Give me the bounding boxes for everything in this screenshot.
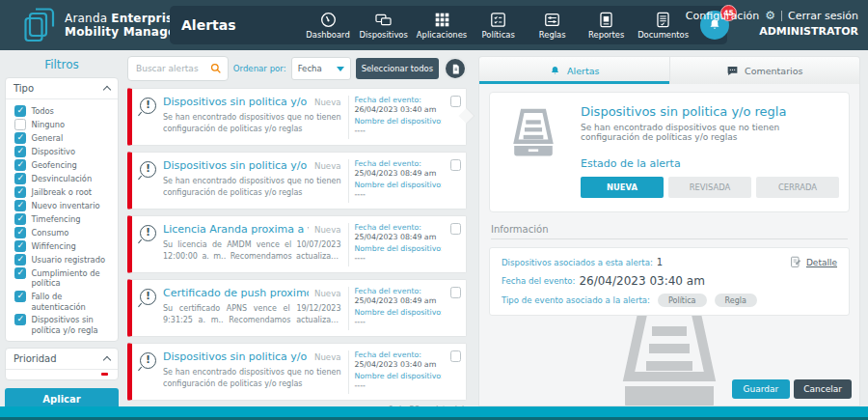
checkbox[interactable] — [14, 132, 26, 144]
priority-section-header[interactable]: Prioridad — [6, 349, 118, 370]
tab-alertas[interactable]: Alertas — [479, 57, 669, 84]
dashboard-icon — [319, 11, 338, 29]
alert-select-checkbox[interactable] — [450, 96, 462, 107]
checkbox[interactable] — [14, 227, 26, 238]
select-all-button[interactable]: Seleccionar todos — [356, 58, 439, 79]
checkbox[interactable] — [14, 314, 26, 325]
filter-checkbox-row[interactable]: Wififencing — [14, 240, 114, 252]
event-date-value: 26/04/2023 03:40 am — [355, 105, 442, 115]
export-report-button[interactable] — [444, 57, 467, 80]
alert-list: ! Dispositivos sin politica y/o regla Nu… — [127, 88, 467, 401]
device-name-label: Nombre del dispositivo: — [355, 181, 442, 190]
checkbox[interactable] — [14, 267, 26, 279]
main-content: Filtros Tipo Todos — [0, 50, 868, 406]
cancel-button[interactable]: Cancelar — [794, 379, 852, 399]
bell-icon — [549, 65, 561, 77]
username: ADMINISTRATOR — [686, 25, 858, 38]
priority-red-indicator — [101, 373, 108, 376]
alert-select-checkbox[interactable] — [450, 223, 462, 235]
settings-link[interactable]: Configuración — [686, 10, 759, 22]
alert-main: Licencia Aranda proxima a vencerse Nueva… — [163, 223, 341, 266]
checkbox[interactable] — [14, 186, 26, 198]
page-title: Alertas — [181, 17, 236, 33]
checkbox[interactable] — [14, 105, 26, 117]
filter-checkbox-row[interactable]: Cumplimiento de política — [14, 267, 114, 289]
checkbox[interactable] — [14, 240, 26, 252]
state-button-nueva[interactable]: NUEVA — [581, 177, 664, 198]
filter-checkbox-row[interactable]: Dispositivos sin política y/o regla — [14, 314, 114, 335]
gear-icon[interactable]: ⚙ — [765, 9, 775, 22]
detail-link[interactable]: Detalle — [806, 258, 837, 267]
filter-label: Timefencing — [32, 213, 81, 224]
state-button-cerrada[interactable]: CERRADA — [756, 177, 839, 198]
filter-checkbox-row[interactable]: General — [14, 132, 114, 144]
alert-title[interactable]: Certificado de push proximo a venc... — [163, 287, 309, 299]
alert-title[interactable]: Dispositivos sin politica y/o regla — [163, 350, 309, 363]
device-name-label: Nombre del dispositivo: — [355, 308, 442, 318]
nav-reportes[interactable]: Reportes — [583, 11, 629, 40]
type-section-header[interactable]: Tipo — [6, 78, 118, 99]
alert-pin-icon: ! — [140, 289, 156, 305]
alert-card[interactable]: ! Dispositivos sin politica y/o regla Nu… — [127, 343, 467, 401]
checkbox[interactable] — [14, 254, 26, 266]
filter-checkbox-row[interactable]: Jailbreak o root — [14, 186, 114, 198]
filter-checkbox-row[interactable]: Fallo de autenticación — [14, 291, 114, 312]
event-date-label: Fecha del evento: — [355, 96, 442, 105]
nav-dispositivos[interactable]: Dispositivos — [360, 11, 408, 40]
alert-title[interactable]: Dispositivos sin politica y/o regla — [163, 96, 309, 108]
alert-select-checkbox[interactable] — [450, 159, 462, 171]
filter-checkbox-row[interactable]: Usuario registrado — [14, 254, 114, 266]
checkbox[interactable] — [14, 159, 26, 171]
checkbox[interactable] — [14, 119, 26, 130]
alert-select-checkbox[interactable] — [450, 350, 462, 362]
checkbox[interactable] — [14, 200, 26, 211]
event-tag-regla: Regla — [715, 294, 757, 307]
alert-title[interactable]: Licencia Aranda proxima a vencerse — [163, 223, 309, 236]
device-name-value: ---- — [355, 318, 442, 327]
filter-checkbox-row[interactable]: Timefencing — [14, 213, 114, 225]
chevron-up-icon[interactable] — [103, 86, 111, 94]
state-button-revisada[interactable]: REVISADA — [668, 177, 751, 198]
search-icon[interactable] — [209, 62, 223, 75]
event-date-label: Fecha del evento: — [355, 159, 442, 169]
filter-checkbox-row[interactable]: Geofencing — [14, 159, 114, 171]
filter-checkbox-row[interactable]: Nuevo inventario — [14, 200, 114, 211]
checkbox[interactable] — [14, 291, 26, 302]
list-controls: Ordenar por: Fecha Seleccionar todos — [127, 56, 467, 81]
alert-status-badge: Nueva — [314, 289, 341, 298]
nav-aplicaciones[interactable]: Aplicaciones — [417, 11, 467, 40]
alert-card[interactable]: ! Certificado de push proximo a venc... … — [127, 279, 467, 337]
save-button[interactable]: Guardar — [732, 379, 791, 399]
nav-dashboard[interactable]: Dashboard — [306, 11, 351, 40]
filter-checkbox-row[interactable]: Desvinculación — [14, 173, 114, 184]
header-divider — [781, 11, 782, 21]
chevron-up-icon[interactable] — [103, 356, 111, 364]
filter-checkbox-row[interactable]: Todos — [14, 105, 114, 117]
alert-title[interactable]: Dispositivos sin politica y/o regla — [163, 159, 309, 172]
alert-select-checkbox[interactable] — [450, 287, 462, 298]
priority-section-title: Prioridad — [14, 353, 57, 364]
filter-checkbox-row[interactable]: Consumo — [14, 227, 114, 238]
checkbox[interactable] — [14, 173, 26, 184]
alert-main: Dispositivos sin politica y/o regla Nuev… — [163, 159, 341, 203]
filter-label: Ninguno — [32, 119, 66, 129]
tab-label: Comentarios — [745, 66, 802, 76]
tab-comentarios[interactable]: Comentarios — [669, 57, 860, 84]
alert-card[interactable]: ! Licencia Aranda proxima a vencerse Nue… — [127, 215, 467, 273]
nav-documentos[interactable]: Documentos — [637, 11, 689, 40]
logout-link[interactable]: Cerrar sesión — [788, 10, 858, 22]
filter-label: Geofencing — [32, 159, 77, 170]
filter-checkbox-row[interactable]: Ninguno — [14, 119, 114, 130]
checkbox[interactable] — [14, 146, 26, 157]
alert-card[interactable]: ! Dispositivos sin politica y/o regla Nu… — [127, 88, 467, 146]
checkbox[interactable] — [14, 213, 26, 225]
device-name-value: ---- — [355, 381, 442, 391]
app-window: Aranda Enterprise Mobility Management Al… — [0, 0, 868, 420]
nav-reglas[interactable]: Reglas — [529, 11, 575, 40]
nav-politicas[interactable]: Políticas — [475, 11, 521, 40]
detail-link-group[interactable]: Detalle — [790, 256, 837, 268]
alert-card[interactable]: ! Dispositivos sin politica y/o regla Nu… — [127, 152, 467, 210]
sort-select[interactable]: Fecha — [291, 57, 351, 80]
filter-checkbox-row[interactable]: Dispositivo — [14, 146, 114, 157]
event-type-label: Tipo de evento asociado a la alerta: — [502, 295, 650, 305]
